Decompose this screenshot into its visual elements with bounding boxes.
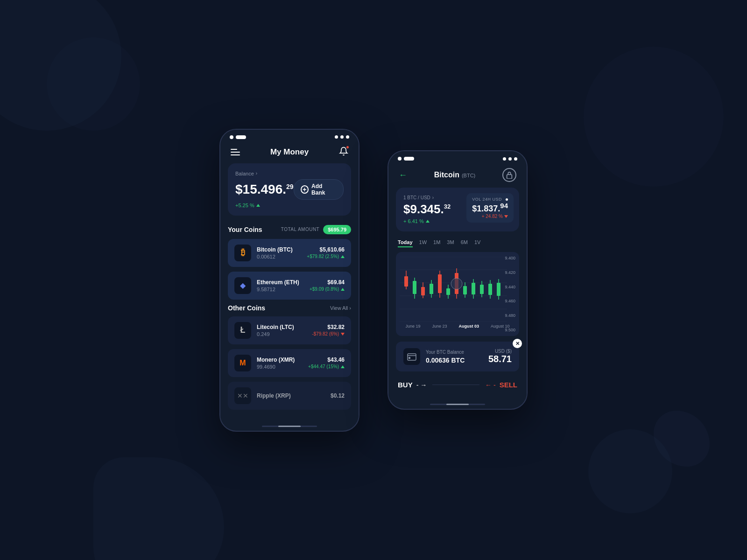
btc-card-info: Your BTC Balance 0.00636 BTC bbox=[426, 350, 483, 364]
coin-name-xrp: Ripple (XRP) bbox=[257, 392, 325, 399]
coin-card-xmr[interactable]: M Monero (XMR) 99.4690 $43.46 +$44.47 (1… bbox=[228, 349, 351, 377]
notification-badge bbox=[346, 146, 349, 149]
coin-card-ltc[interactable]: Ł Litecoin (LTC) 0.249 $32.82 -$79.82 (6… bbox=[228, 316, 351, 344]
arrow-up-icon bbox=[341, 288, 345, 291]
coin-info-xmr: Monero (XMR) 99.4690 bbox=[257, 357, 303, 370]
total-amount-badge[interactable]: $695.79 bbox=[323, 225, 351, 234]
coin-icon-eth: ◆ bbox=[234, 277, 251, 294]
coin-name-eth: Ethereum (ETH) bbox=[257, 279, 304, 286]
svg-rect-36 bbox=[480, 285, 484, 294]
coin-info-eth: Ethereum (ETH) 9.58712 bbox=[257, 279, 304, 292]
btc-card-icon bbox=[403, 348, 420, 365]
tab-3m[interactable]: 3M bbox=[447, 238, 454, 247]
coin-price-ltc: $32.82 -$79.82 (6%) bbox=[312, 324, 345, 336]
btc-card-usd: USD ($) 58.71 bbox=[488, 349, 512, 364]
time-tabs: Today 1W 1M 3M 6M 1V bbox=[396, 238, 519, 247]
scrollbar[interactable] bbox=[262, 426, 317, 427]
status-dot-sm bbox=[335, 135, 338, 139]
phone-1: My Money Balance › $15.496.29 bbox=[219, 129, 359, 432]
status-bar-indicator bbox=[404, 157, 414, 161]
page-title-btc: Bitcoin (BTC) bbox=[434, 171, 476, 179]
tab-today[interactable]: Today bbox=[398, 238, 413, 247]
buy-button[interactable]: BUY - → bbox=[398, 381, 427, 389]
phone-2: ← Bitcoin (BTC) 1 BTC / USD › bbox=[388, 150, 528, 410]
coin-icon-xrp: ✕✕ bbox=[234, 387, 251, 404]
coin-card-eth[interactable]: ◆ Ethereum (ETH) 9.58712 $69.84 +$9.09 (… bbox=[228, 272, 351, 300]
scrollbar-thumb-2 bbox=[446, 404, 468, 405]
coin-price-eth: $69.84 +$9.09 (0.8%) bbox=[310, 279, 345, 292]
coin-name-xmr: Monero (XMR) bbox=[257, 357, 303, 363]
your-coins-header: Your Coins TOTAL AMOUNT $695.79 bbox=[228, 225, 351, 234]
page-title: My Money bbox=[270, 147, 309, 157]
chart-area: 9.400 9.420 9.440 9.460 9.480 9.500 bbox=[396, 252, 519, 336]
status-dots-left-2 bbox=[398, 157, 414, 161]
arrow-down-icon bbox=[504, 215, 508, 218]
total-amount-wrap: TOTAL AMOUNT $695.79 bbox=[281, 225, 351, 234]
arrow-up-icon bbox=[341, 365, 345, 368]
status-dot bbox=[398, 157, 402, 161]
candlestick-chart bbox=[400, 257, 512, 322]
bell-icon[interactable] bbox=[339, 147, 348, 158]
svg-rect-17 bbox=[430, 284, 433, 294]
svg-rect-20 bbox=[438, 274, 442, 293]
close-button[interactable]: ✕ bbox=[513, 339, 522, 348]
coin-change-ltc: -$79.82 (6%) bbox=[312, 331, 345, 336]
your-coins-title: Your Coins bbox=[228, 226, 262, 233]
tab-1m[interactable]: 1M bbox=[433, 238, 440, 247]
coin-card-xrp[interactable]: ✕✕ Ripple (XRP) $0.12 bbox=[228, 382, 351, 410]
coin-name-btc: Bitcoin (BTC) bbox=[257, 246, 301, 253]
arrow-up-icon bbox=[426, 220, 430, 223]
phone1-content: Balance › $15.496.29 + Add Bank +5.25 % bbox=[220, 163, 359, 422]
view-all-link[interactable]: View All › bbox=[330, 305, 351, 311]
back-button[interactable]: ← bbox=[399, 170, 407, 180]
svg-rect-14 bbox=[421, 287, 425, 295]
vol-dot bbox=[506, 198, 508, 201]
svg-rect-39 bbox=[488, 284, 492, 295]
coin-icon-ltc: Ł bbox=[234, 322, 251, 339]
hamburger-icon[interactable] bbox=[231, 149, 240, 155]
svg-point-45 bbox=[409, 357, 410, 359]
phones-container: My Money Balance › $15.496.29 bbox=[219, 129, 528, 432]
coin-price-xmr: $43.46 +$44.47 (15%) bbox=[308, 357, 345, 369]
buy-arrow-icon: - → bbox=[416, 381, 427, 389]
vol-amount: $1.837.94 bbox=[472, 202, 508, 214]
btc-card-value: 0.00636 BTC bbox=[426, 357, 483, 364]
coin-info-xrp: Ripple (XRP) bbox=[257, 392, 325, 399]
lock-icon[interactable] bbox=[502, 168, 516, 182]
btc-usd-value: 58.71 bbox=[488, 354, 512, 364]
coin-card-btc[interactable]: ₿ Bitcoin (BTC) 0.00612 $5,610.66 +$79.8… bbox=[228, 239, 351, 267]
status-dots-left-1 bbox=[230, 135, 246, 139]
phone2-header: ← Bitcoin (BTC) bbox=[388, 164, 527, 188]
svg-point-28 bbox=[451, 278, 462, 289]
sell-label: SELL bbox=[500, 381, 517, 389]
vol-label: VOL 24H USD bbox=[472, 197, 508, 202]
chart-y-labels: 9.400 9.420 9.440 9.460 9.480 9.500 bbox=[505, 252, 515, 336]
status-bar-1 bbox=[220, 130, 359, 143]
other-coins-header: Other Coins View All › bbox=[228, 304, 351, 312]
plus-icon: + bbox=[301, 185, 309, 194]
add-bank-button[interactable]: + Add Bank bbox=[294, 179, 344, 200]
tab-1w[interactable]: 1W bbox=[419, 238, 427, 247]
sell-arrow-icon: ← - bbox=[485, 381, 496, 389]
svg-rect-23 bbox=[446, 288, 450, 295]
status-dot-sm bbox=[503, 157, 506, 161]
tab-1v[interactable]: 1V bbox=[474, 238, 480, 247]
status-dot-sm bbox=[508, 157, 512, 161]
coin-price-xrp: $0.12 bbox=[331, 392, 345, 399]
coin-amount-btc: 0.00612 bbox=[257, 254, 301, 259]
status-bar-2 bbox=[388, 151, 527, 164]
coin-amount-ltc: 0.249 bbox=[257, 331, 306, 337]
btc-balance-card: ✕ Your BTC Balance 0.00636 BTC USD ($) 5… bbox=[396, 342, 519, 371]
coin-icon-btc: ₿ bbox=[234, 245, 251, 261]
status-dot-sm bbox=[514, 157, 517, 161]
balance-card: Balance › $15.496.29 + Add Bank +5.25 % bbox=[228, 163, 351, 216]
arrow-up-icon bbox=[341, 255, 345, 258]
scrollbar-2[interactable] bbox=[430, 404, 485, 405]
coin-amount-xmr: 99.4690 bbox=[257, 364, 303, 370]
svg-rect-11 bbox=[413, 281, 416, 294]
coin-change-eth: +$9.09 (0.8%) bbox=[310, 287, 345, 292]
balance-amount: $15.496.29 bbox=[235, 182, 294, 197]
tab-6m[interactable]: 6M bbox=[461, 238, 468, 247]
divider bbox=[432, 385, 479, 385]
sell-button[interactable]: ← - SELL bbox=[485, 381, 517, 389]
